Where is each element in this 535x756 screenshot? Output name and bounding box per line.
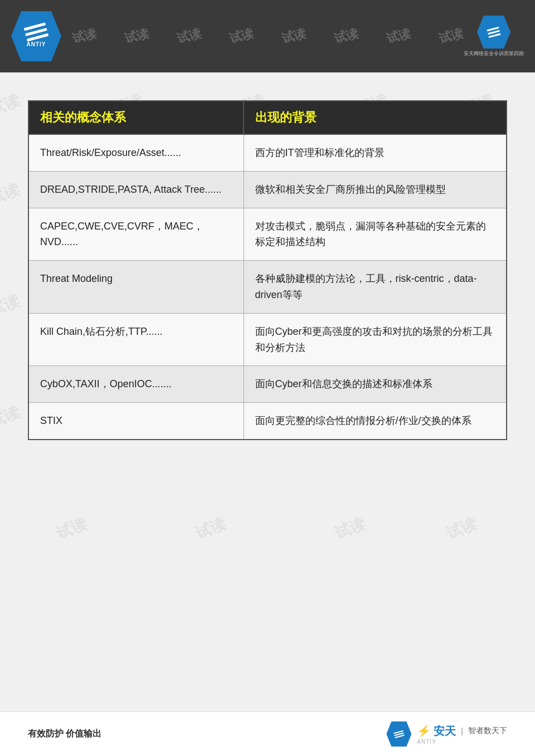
footer-divider: | — [461, 726, 463, 735]
footer-brand-name: 安天 — [434, 724, 456, 739]
table-cell-left-1: DREAD,STRIDE,PASTA, Attack Tree...... — [28, 171, 244, 208]
table-cell-right-1: 微软和相关安全厂商所推出的风险管理模型 — [244, 171, 507, 208]
page-footer: 有效防护 价值输出 ⚡ 安天 | 智者数天下 ANTIY — [0, 711, 535, 756]
table-row: CAPEC,CWE,CVE,CVRF，MAEC，NVD......对攻击模式，脆… — [28, 208, 507, 261]
header-right-logo: 安天网络安全令训营第四期 — [464, 16, 524, 57]
footer-antiy-label: ANTIY — [417, 739, 436, 745]
wm-5: 试读 — [280, 25, 308, 47]
wm-3: 试读 — [175, 25, 203, 47]
footer-brand-main: ⚡ 安天 | 智者数天下 — [417, 724, 507, 739]
table-row: Threat/Risk/Exposure/Asset......西方的IT管理和… — [28, 134, 507, 171]
bwm-24: 试读 — [443, 514, 480, 544]
wm-1: 试读 — [70, 25, 98, 47]
bwm-23: 试读 — [332, 514, 368, 544]
table-cell-left-2: CAPEC,CWE,CVE,CVRF，MAEC，NVD...... — [28, 208, 244, 261]
table-row: Threat Modeling各种威胁建模的方法论，工具，risk-centri… — [28, 261, 507, 314]
table-row: CybOX,TAXII，OpenIOC.......面向Cyber和信息交换的描… — [28, 366, 507, 403]
footer-logo-hex — [386, 721, 411, 747]
main-content: 相关的概念体系 出现的背景 Threat/Risk/Exposure/Asset… — [0, 72, 535, 474]
wm-6: 试读 — [332, 25, 360, 47]
table-cell-left-6: STIX — [28, 403, 244, 440]
wm-8: 试读 — [437, 25, 465, 47]
wm-7: 试读 — [385, 25, 412, 47]
table-cell-left-0: Threat/Risk/Exposure/Asset...... — [28, 134, 244, 171]
table-cell-right-2: 对攻击模式，脆弱点，漏洞等各种基础的安全元素的标定和描述结构 — [244, 208, 507, 261]
footer-antiy-icon: ⚡ — [417, 724, 431, 738]
col1-header: 相关的概念体系 — [28, 101, 244, 134]
footer-brand-sub: 智者数天下 — [468, 726, 507, 736]
table-cell-right-0: 西方的IT管理和标准化的背景 — [244, 134, 507, 171]
bwm-21: 试读 — [53, 514, 90, 544]
table-cell-left-4: Kill Chain,钻石分析,TTP...... — [28, 313, 244, 366]
wm-2: 试读 — [123, 25, 150, 47]
table-row: STIX面向更完整的综合性的情报分析/作业/交换的体系 — [28, 403, 507, 440]
table-cell-right-6: 面向更完整的综合性的情报分析/作业/交换的体系 — [244, 403, 507, 440]
wm-4: 试读 — [227, 25, 255, 47]
table-cell-left-3: Threat Modeling — [28, 261, 244, 314]
footer-brand: ⚡ 安天 | 智者数天下 ANTIY — [386, 721, 507, 747]
footer-tagline: 有效防护 价值输出 — [28, 728, 101, 740]
concept-table: 相关的概念体系 出现的背景 Threat/Risk/Exposure/Asset… — [28, 100, 507, 440]
right-logo-hex — [477, 16, 510, 49]
footer-brand-text: ⚡ 安天 | 智者数天下 ANTIY — [417, 724, 507, 745]
header-right-logo-text: 安天网络安全令训营第四期 — [464, 50, 524, 57]
table-row: Kill Chain,钻石分析,TTP......面向Cyber和更高强度的攻击… — [28, 313, 507, 366]
col2-header: 出现的背景 — [244, 101, 507, 134]
table-cell-right-3: 各种威胁建模的方法论，工具，risk-centric，data-driven等等 — [244, 261, 507, 314]
header-watermarks: 试读 试读 试读 试读 试读 试读 试读 试读 — [0, 0, 535, 72]
bwm-22: 试读 — [192, 514, 229, 544]
table-cell-left-5: CybOX,TAXII，OpenIOC....... — [28, 366, 244, 403]
table-cell-right-4: 面向Cyber和更高强度的攻击和对抗的场景的分析工具和分析方法 — [244, 313, 507, 366]
page-header: ANTIY 试读 试读 试读 试读 试读 试读 试读 试读 安天网络安全令训营第… — [0, 0, 535, 72]
table-row: DREAD,STRIDE,PASTA, Attack Tree......微软和… — [28, 171, 507, 208]
table-cell-right-5: 面向Cyber和信息交换的描述和标准体系 — [244, 366, 507, 403]
